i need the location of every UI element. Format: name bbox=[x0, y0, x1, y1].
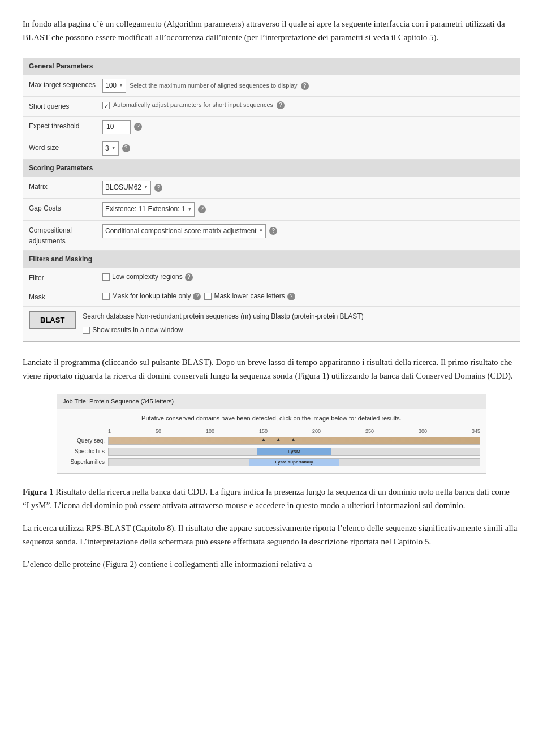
figure-1-caption: Figura 1 Risultato della ricerca nella b… bbox=[23, 485, 520, 512]
max-target-label: Max target sequences bbox=[29, 79, 102, 91]
blast-button[interactable]: BLAST bbox=[29, 311, 76, 329]
cdd-hits-row: Specific hits LysM bbox=[63, 447, 480, 456]
low-complexity-label: Low complexity regions bbox=[112, 272, 183, 282]
site-mark-1: ▲ bbox=[261, 435, 266, 444]
mask-lookup-checkbox[interactable] bbox=[102, 293, 110, 300]
expect-threshold-control: 10 ? bbox=[102, 120, 514, 134]
figure-title-bar: Job Title: Protein Sequence (345 letters… bbox=[57, 394, 486, 410]
comp-adjust-control: Conditional compositional score matrix a… bbox=[102, 224, 514, 238]
cdd-hits-label: Specific hits bbox=[63, 447, 108, 456]
cdd-query-label: Query seq. bbox=[63, 436, 108, 445]
blast-search-desc: Search database Non-redundant protein se… bbox=[83, 311, 514, 322]
short-queries-row: Short queries Automatically adjust param… bbox=[23, 97, 520, 116]
cdd-super-track: LysM superfamily bbox=[108, 458, 480, 466]
word-size-row: Word size 3 ? bbox=[23, 138, 520, 160]
mask-lookup-label: Mask for lookup table only bbox=[112, 291, 191, 302]
mask-lowercase-help-icon[interactable]: ? bbox=[287, 293, 295, 300]
matrix-help-icon[interactable]: ? bbox=[154, 184, 162, 192]
expect-threshold-input[interactable]: 10 bbox=[102, 120, 131, 134]
expect-threshold-help-icon[interactable]: ? bbox=[134, 123, 142, 131]
matrix-row: Matrix BLOSUM62 ? bbox=[23, 177, 520, 199]
short-queries-control: Automatically adjust parameters for shor… bbox=[102, 100, 514, 110]
lysm-superfamily-domain[interactable]: LysM superfamily bbox=[249, 459, 338, 466]
cdd-ruler: 1 50 100 150 200 250 300 345 bbox=[108, 427, 480, 435]
word-size-help-icon[interactable]: ? bbox=[122, 144, 130, 152]
filter-row: Filter Low complexity regions ? bbox=[23, 268, 520, 287]
blast-desc-area: Search database Non-redundant protein se… bbox=[83, 311, 514, 336]
mask-lookup-help-icon[interactable]: ? bbox=[193, 293, 201, 300]
short-queries-label: Short queries bbox=[29, 100, 102, 112]
mask-lowercase-label: Mask lower case letters bbox=[214, 291, 285, 302]
comp-adjust-select[interactable]: Conditional compositional score matrix a… bbox=[102, 224, 266, 238]
site-mark-3: ▲ bbox=[290, 435, 296, 444]
comp-adjust-help-icon[interactable]: ? bbox=[269, 227, 277, 235]
closing-paragraph-2: L’elenco delle proteine (Figura 2) conti… bbox=[23, 557, 520, 571]
general-params-header: General Parameters bbox=[23, 58, 520, 75]
max-target-row: Max target sequences 100 Select the maxi… bbox=[23, 75, 520, 97]
gap-costs-label: Gap Costs bbox=[29, 202, 102, 214]
mask-lookup-row: Mask for lookup table only ? bbox=[102, 291, 201, 302]
mask-row: Mask Mask for lookup table only ? Mask l… bbox=[23, 287, 520, 307]
cdd-query-track: ▲ ▲ ▲ bbox=[108, 437, 480, 445]
blast-panel: General Parameters Max target sequences … bbox=[23, 58, 520, 342]
cdd-visualization[interactable]: 1 50 100 150 200 250 300 345 Query seq. … bbox=[63, 427, 480, 467]
figure-content: Putative conserved domains have been det… bbox=[57, 409, 486, 473]
mask-lowercase-checkbox[interactable] bbox=[204, 293, 212, 300]
comp-adjust-row: Compositional adjustments Conditional co… bbox=[23, 221, 520, 251]
max-target-control: 100 Select the maximum number of aligned… bbox=[102, 79, 514, 93]
cdd-super-row: Superfamilies LysM superfamily bbox=[63, 458, 480, 467]
cdd-super-label: Superfamilies bbox=[63, 458, 108, 467]
gap-costs-control: Existence: 11 Extension: 1 ? bbox=[102, 202, 514, 216]
cdd-query-row: Query seq. ▲ ▲ ▲ bbox=[63, 436, 480, 445]
short-queries-checkbox[interactable] bbox=[102, 102, 110, 109]
word-size-select[interactable]: 3 bbox=[102, 141, 119, 156]
matrix-label: Matrix bbox=[29, 181, 102, 192]
expect-threshold-label: Expect threshold bbox=[29, 120, 102, 132]
mask-lowercase-row: Mask lower case letters ? bbox=[204, 291, 295, 302]
matrix-select[interactable]: BLOSUM62 bbox=[102, 181, 151, 195]
mask-control: Mask for lookup table only ? Mask lower … bbox=[102, 291, 514, 303]
word-size-label: Word size bbox=[29, 141, 102, 153]
max-target-hint: Select the maximum number of aligned seq… bbox=[130, 81, 298, 91]
word-size-control: 3 ? bbox=[102, 141, 514, 156]
figure-caption-text: Risultato della ricerca nella banca dati… bbox=[23, 487, 510, 510]
expect-threshold-row: Expect threshold 10 ? bbox=[23, 117, 520, 138]
gap-costs-help-icon[interactable]: ? bbox=[198, 205, 206, 213]
site-mark-2: ▲ bbox=[275, 435, 281, 444]
cdd-hits-track: LysM bbox=[108, 448, 480, 456]
blast-button-row: BLAST Search database Non-redundant prot… bbox=[23, 307, 520, 341]
mask-label: Mask bbox=[29, 291, 102, 303]
max-target-select[interactable]: 100 bbox=[102, 79, 126, 93]
max-target-help-icon[interactable]: ? bbox=[301, 82, 309, 90]
low-complexity-row: Low complexity regions ? bbox=[102, 272, 193, 282]
show-results-row: Show results in a new window bbox=[83, 325, 514, 336]
comp-adjust-label: Compositional adjustments bbox=[29, 224, 102, 247]
figure-notice: Putative conserved domains have been det… bbox=[63, 414, 480, 424]
lysm-domain[interactable]: LysM bbox=[257, 448, 331, 455]
figure-caption-bold: Figura 1 bbox=[23, 487, 54, 496]
show-results-checkbox[interactable] bbox=[83, 327, 90, 334]
intro-paragraph: In fondo alla pagina c’è un collegamento… bbox=[23, 17, 520, 44]
matrix-control: BLOSUM62 ? bbox=[102, 181, 514, 195]
filter-control: Low complexity regions ? bbox=[102, 272, 514, 284]
short-queries-help-icon[interactable]: ? bbox=[277, 101, 285, 109]
low-complexity-help-icon[interactable]: ? bbox=[185, 273, 193, 281]
show-results-label: Show results in a new window bbox=[92, 325, 183, 336]
gap-costs-select[interactable]: Existence: 11 Extension: 1 bbox=[102, 202, 195, 216]
launch-text: Lanciate il programma (cliccando sul pul… bbox=[23, 355, 520, 383]
filters-masking-header: Filters and Masking bbox=[23, 251, 520, 268]
closing-paragraph-1: La ricerca utilizza RPS-BLAST (Capitolo … bbox=[23, 521, 520, 548]
short-queries-hint: Automatically adjust parameters for shor… bbox=[113, 100, 273, 110]
gap-costs-row: Gap Costs Existence: 11 Extension: 1 ? bbox=[23, 199, 520, 220]
scoring-params-header: Scoring Parameters bbox=[23, 160, 520, 177]
filter-label: Filter bbox=[29, 272, 102, 284]
low-complexity-checkbox[interactable] bbox=[102, 273, 110, 281]
figure-1-box: Job Title: Protein Sequence (345 letters… bbox=[57, 394, 486, 474]
